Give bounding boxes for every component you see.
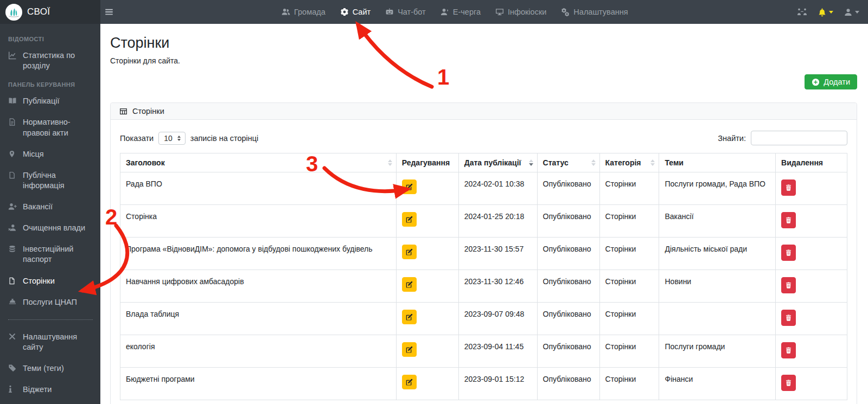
delete-button[interactable]: [781, 342, 796, 358]
cell-status: Опубліковано: [537, 303, 599, 335]
cell-title: Влада таблиця: [120, 303, 397, 335]
sidebar-item-mistsia[interactable]: Місця: [8, 144, 93, 165]
edit-button[interactable]: [402, 342, 417, 357]
pencil-square-icon: [405, 379, 413, 386]
nav-item-infokiosky[interactable]: Інфокіоски: [495, 8, 546, 16]
nav-item-label: Громада: [294, 8, 326, 16]
edit-button[interactable]: [402, 212, 417, 227]
nav-item-e-cherha[interactable]: Е-черга: [441, 8, 481, 16]
delete-button[interactable]: [781, 310, 796, 326]
sidebar-item-ochyshchennia-vlady[interactable]: Очищення влади: [8, 217, 93, 239]
table-row: Програма «ВідновиДІМ»: допомога у відбуд…: [120, 238, 847, 270]
page-subtitle: Сторінки для сайта.: [110, 56, 857, 65]
sort-icon-desc: [529, 159, 533, 166]
table-controls: Показати 10 записів на сторінці Знайти:: [120, 131, 847, 145]
cell-date: 2023-11-30 12:46: [458, 270, 537, 303]
cell-title: Навчання цифрових амбасадорів: [120, 270, 397, 303]
file-icon: [8, 171, 17, 179]
brand-logo-icon: [5, 4, 22, 21]
robot-icon: [385, 8, 394, 16]
sidebar-item-vidzhety[interactable]: Віджети: [8, 379, 93, 400]
people-arrows-icon[interactable]: [797, 8, 807, 16]
page-icon: [8, 277, 17, 285]
cell-date: 2024-02-01 10:38: [458, 172, 537, 205]
cell-topics: Діяльність міської ради: [659, 238, 776, 270]
pencil-square-icon: [405, 248, 413, 256]
sidebar-item-storinky[interactable]: Сторінки: [8, 271, 93, 292]
card-header: Сторінки: [111, 103, 857, 120]
delete-button[interactable]: [781, 245, 796, 261]
sidebar-item-nalashtuvannia-saitu[interactable]: Налаштування сайту: [8, 326, 93, 358]
brand[interactable]: СВОЇ: [0, 0, 100, 24]
column-header-status[interactable]: Статус: [537, 153, 599, 172]
brand-name: СВОЇ: [27, 7, 50, 17]
column-header-category[interactable]: Категорія: [599, 153, 659, 172]
cell-date: 2023-09-07 09:48: [458, 303, 537, 335]
sidebar-item-vakansii[interactable]: Вакансії: [8, 196, 93, 217]
sidebar-item-label: Послуги ЦНАП: [23, 297, 77, 307]
cell-category: Сторінки: [599, 335, 659, 368]
chart-line-icon: [8, 51, 17, 60]
table-row: Навчання цифрових амбасадорів 2023-11-30…: [120, 270, 847, 303]
users-icon: [282, 8, 290, 16]
file-lines-icon: [8, 118, 17, 126]
column-header-topics: Теми: [659, 153, 776, 172]
trash-icon: [785, 281, 792, 289]
sidebar-item-label: Інвестиційний паспорт: [23, 244, 93, 265]
user-menu[interactable]: [844, 8, 859, 17]
column-header-date[interactable]: Дата публікації: [458, 153, 537, 172]
sidebar-item-normatyvno-pravovi-akty[interactable]: Нормативно-правові акти: [8, 112, 93, 143]
sidebar-item-posluhy-tsnap[interactable]: Послуги ЦНАП: [8, 292, 93, 313]
navbar-right: [797, 0, 859, 24]
cell-date: 2023-11-30 15:57: [458, 238, 537, 270]
page-size-value: 10: [164, 134, 173, 143]
delete-button[interactable]: [781, 179, 796, 196]
hamburger-icon: [104, 7, 116, 17]
book-icon: [8, 97, 17, 105]
main-content: Сторінки Сторінки для сайта. Додати Стор…: [100, 24, 868, 404]
sidebar-section-header: ПАНЕЛЬ КЕРУВАННЯ: [8, 81, 93, 88]
cell-title: Програма «ВідновиДІМ»: допомога у відбуд…: [120, 238, 397, 270]
nav-item-sait[interactable]: Сайт: [340, 8, 371, 16]
cell-title: Бюджетні програми: [120, 368, 397, 400]
trash-icon: [785, 249, 792, 256]
sidebar-item-label: Сторінки: [23, 276, 55, 286]
delete-button[interactable]: [781, 212, 796, 228]
sidebar-item-publichna-informatsiia[interactable]: Публічна інформація: [8, 165, 93, 196]
nav-item-hromada[interactable]: Громада: [282, 8, 326, 16]
map-pin-icon: [8, 150, 17, 158]
edit-button[interactable]: [402, 245, 417, 259]
top-navbar: СВОЇ Громада Сайт: [0, 0, 868, 24]
notifications-menu[interactable]: [818, 8, 833, 17]
sidebar-item-temy-tehy[interactable]: Теми (теги): [8, 358, 93, 379]
edit-button[interactable]: [402, 375, 417, 389]
edit-button[interactable]: [402, 179, 417, 194]
cell-status: Опубліковано: [537, 205, 599, 238]
coins-icon: [8, 245, 17, 253]
sidebar-item-label: Місця: [23, 149, 44, 159]
nav-item-nalashtuvannia[interactable]: Налаштування: [561, 8, 628, 16]
select-arrows-icon: [177, 136, 181, 141]
sidebar-toggle-button[interactable]: [104, 6, 116, 18]
sidebar-item-investytsiinyi-pasport[interactable]: Інвестиційний паспорт: [8, 239, 93, 270]
delete-button[interactable]: [781, 277, 796, 293]
caret-down-icon: [829, 11, 833, 14]
pencil-square-icon: [405, 346, 413, 354]
column-header-title[interactable]: Заголовок: [120, 153, 397, 172]
nav-item-chat-bot[interactable]: Чат-бот: [385, 8, 426, 16]
sidebar-divider: [8, 319, 93, 320]
edit-button[interactable]: [402, 310, 417, 324]
sort-icon: [650, 159, 655, 166]
sidebar-item-statystyka[interactable]: Статистика по розділу: [8, 45, 93, 76]
sidebar-item-publikatsii[interactable]: Публікації: [8, 91, 93, 112]
page-size-select[interactable]: 10: [158, 132, 186, 145]
sidebar-item-label: Нормативно-правові акти: [23, 117, 93, 138]
nav-item-label: Налаштування: [573, 8, 628, 16]
cell-topics: Послуги громади: [659, 335, 776, 368]
delete-button[interactable]: [781, 375, 796, 391]
add-button[interactable]: Додати: [805, 74, 857, 89]
edit-button[interactable]: [402, 277, 417, 292]
per-page-label: записів на сторінці: [190, 134, 259, 143]
search-input[interactable]: [751, 131, 847, 145]
concierge-bell-icon: [8, 298, 17, 306]
